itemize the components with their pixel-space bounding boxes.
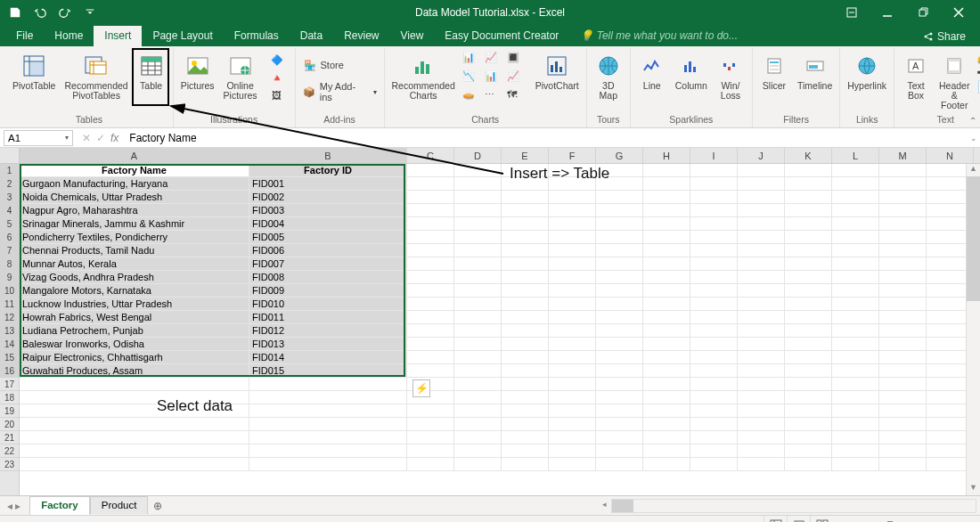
cell[interactable]: FID008 [249, 271, 407, 283]
table-row[interactable]: Nagpur Agro, MaharashtraFID003 [20, 204, 980, 217]
cell[interactable] [785, 391, 832, 404]
insert-table-button[interactable]: Table [134, 50, 169, 102]
cell[interactable] [549, 418, 596, 430]
tab-insert[interactable]: Insert [94, 26, 142, 46]
cell[interactable] [20, 418, 249, 430]
cell[interactable]: Munnar Autos, Kerala [20, 257, 249, 270]
cell[interactable] [249, 418, 407, 430]
cell[interactable] [690, 298, 738, 310]
cell[interactable] [785, 351, 832, 363]
cell[interactable] [738, 404, 785, 417]
pivottable-button[interactable]: PivotTable [9, 50, 59, 102]
cell[interactable] [690, 191, 738, 203]
row-header[interactable]: 6 [0, 231, 19, 244]
hyperlink-button[interactable]: Hyperlink [844, 50, 890, 93]
cell[interactable] [832, 351, 879, 363]
cell[interactable]: Factory Name [20, 164, 249, 176]
cell[interactable]: Baleswar Ironworks, Odisha [20, 338, 249, 350]
cell[interactable]: FID007 [249, 257, 407, 270]
cell[interactable] [785, 431, 832, 444]
cell[interactable] [785, 418, 832, 430]
pictures-button[interactable]: Pictures [177, 50, 218, 105]
cell[interactable] [643, 271, 690, 283]
row-header[interactable]: 17 [0, 378, 19, 391]
cell[interactable] [596, 324, 643, 337]
cell[interactable] [738, 217, 785, 230]
cell[interactable] [454, 204, 502, 216]
cell[interactable] [549, 284, 596, 297]
cell[interactable] [249, 445, 407, 457]
cell[interactable]: Gurgaon Manufacturing, Haryana [20, 177, 249, 190]
cell[interactable] [454, 391, 502, 404]
chart-waterfall-icon[interactable]: 📉 [462, 70, 484, 88]
cell[interactable]: FID002 [249, 191, 407, 203]
table-row[interactable] [20, 431, 980, 445]
cell[interactable]: Guwahati Produces, Assam [20, 364, 249, 377]
column-header[interactable]: A [20, 148, 249, 163]
cell[interactable]: Factory ID [249, 164, 407, 176]
cell[interactable] [879, 311, 927, 323]
view-page-break-button[interactable] [810, 516, 833, 523]
cell[interactable] [502, 217, 549, 230]
cell[interactable]: FID009 [249, 284, 407, 297]
cell[interactable] [643, 324, 690, 337]
save-icon[interactable] [4, 3, 27, 22]
cell[interactable] [738, 204, 785, 216]
online-pictures-button[interactable]: Online Pictures [220, 50, 261, 105]
cell[interactable] [454, 284, 502, 297]
cell[interactable]: FID001 [249, 177, 407, 190]
screenshot-button[interactable]: 🖼 [266, 87, 288, 103]
cell[interactable] [502, 378, 549, 390]
cell[interactable] [502, 324, 549, 337]
row-headers[interactable]: 1234567891011121314151617181920212223 [0, 164, 20, 495]
sheet-tab-factory[interactable]: Factory [29, 496, 90, 515]
row-header[interactable]: 11 [0, 298, 19, 311]
cell[interactable] [596, 298, 643, 310]
cell[interactable] [549, 191, 596, 203]
cell[interactable] [502, 244, 549, 257]
table-row[interactable]: Ludiana Petrochem, PunjabFID012 [20, 324, 980, 338]
cell[interactable] [502, 204, 549, 216]
row-header[interactable]: 5 [0, 217, 19, 231]
cell[interactable] [596, 351, 643, 363]
cell[interactable] [785, 284, 832, 297]
cell[interactable] [832, 431, 879, 444]
cell[interactable] [785, 458, 832, 470]
table-row[interactable]: Vizag Goods, Andhra PradeshFID008 [20, 271, 980, 284]
cell[interactable] [549, 324, 596, 337]
table-row[interactable]: Pondicherry Textiles, PondicherryFID005 [20, 231, 980, 244]
cell[interactable] [502, 257, 549, 270]
cell[interactable] [785, 244, 832, 257]
cell[interactable] [879, 164, 927, 176]
cell[interactable] [596, 364, 643, 377]
cell[interactable]: Srinagar Minerals, Jammu & Kashmir [20, 217, 249, 230]
cell[interactable] [643, 231, 690, 243]
cell[interactable] [407, 271, 454, 283]
cell[interactable] [643, 191, 690, 203]
table-row[interactable]: Noida Chemicals, Uttar PradeshFID002 [20, 191, 980, 204]
table-row[interactable]: Chennai Products, Tamil NaduFID006 [20, 244, 980, 257]
row-header[interactable]: 16 [0, 364, 19, 378]
enter-formula-icon[interactable]: ✓ [96, 132, 105, 144]
recommended-charts-button[interactable]: Recommended Charts [388, 50, 459, 109]
cell[interactable]: FID005 [249, 231, 407, 243]
chart-hierarchy-icon[interactable]: 🔳 [507, 52, 528, 69]
cell[interactable] [407, 231, 454, 243]
cell[interactable] [690, 257, 738, 270]
sparkline-winloss-button[interactable]: Win/ Loss [713, 50, 748, 102]
cell[interactable] [407, 431, 454, 444]
row-header[interactable]: 12 [0, 311, 19, 324]
cell[interactable] [407, 351, 454, 363]
cell[interactable] [596, 311, 643, 323]
cell[interactable] [879, 231, 927, 243]
cell[interactable] [596, 418, 643, 430]
row-header[interactable]: 22 [0, 445, 19, 458]
cell[interactable] [879, 364, 927, 377]
column-header[interactable]: D [454, 148, 502, 163]
cell[interactable] [643, 164, 690, 176]
cell[interactable]: Chennai Products, Tamil Nadu [20, 244, 249, 257]
tab-formulas[interactable]: Formulas [224, 26, 290, 46]
cell[interactable] [690, 311, 738, 323]
cell[interactable] [738, 338, 785, 350]
cell[interactable] [738, 284, 785, 297]
